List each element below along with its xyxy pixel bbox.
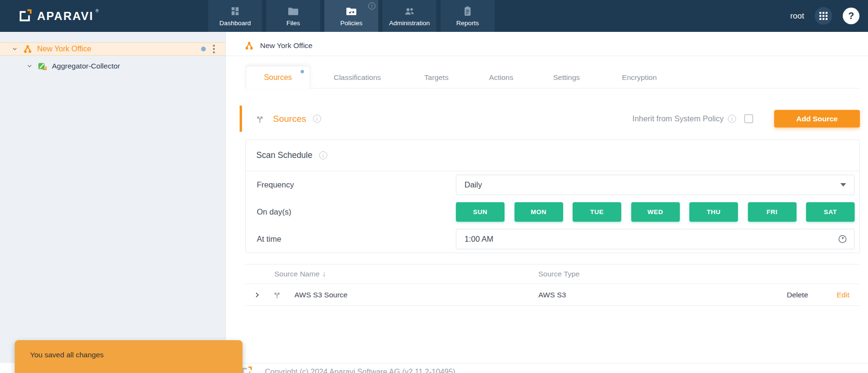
nav-tab-policies[interactable]: Policies bbox=[324, 0, 378, 32]
chevron-down-icon bbox=[840, 183, 846, 186]
day-button-sat[interactable]: SAT bbox=[806, 202, 855, 222]
brand-name: APARAVI bbox=[37, 10, 93, 23]
topbar-right: root bbox=[790, 0, 859, 32]
expand-row-icon[interactable] bbox=[253, 291, 261, 299]
policy-tree-sidebar: New York Office Aggregator-Collector bbox=[0, 32, 226, 363]
tree-item-label: Aggregator-Collector bbox=[52, 62, 120, 70]
tab-classifications[interactable]: Classifications bbox=[333, 66, 381, 88]
tab-targets[interactable]: Targets bbox=[424, 66, 449, 88]
column-source-name[interactable]: Source Name ↓ bbox=[245, 270, 538, 278]
edit-button[interactable]: Edit bbox=[837, 291, 849, 299]
frequency-label: Frequency bbox=[257, 180, 456, 189]
tab-label: Settings bbox=[553, 73, 580, 82]
info-icon[interactable] bbox=[728, 115, 736, 123]
info-icon[interactable] bbox=[368, 2, 375, 10]
day-button-thu[interactable]: THU bbox=[689, 202, 738, 222]
main-content: New York Office Sources Classifications … bbox=[226, 32, 868, 373]
policy-tabs: Sources Classifications Targets Actions … bbox=[246, 66, 860, 88]
source-type: AWS S3 bbox=[538, 291, 787, 299]
topbar: APARAVI ® Dashboard Files bbox=[0, 0, 868, 32]
chevron-down-icon[interactable] bbox=[11, 46, 18, 52]
day-button-tue[interactable]: TUE bbox=[573, 202, 621, 222]
frequency-select[interactable]: Daily bbox=[456, 175, 855, 195]
frequency-row: Frequency Daily bbox=[246, 171, 859, 198]
primary-nav: Dashboard Files Policies bbox=[208, 0, 495, 32]
tab-label: Encryption bbox=[622, 73, 656, 82]
breadcrumb: New York Office bbox=[244, 41, 313, 50]
day-button-wed[interactable]: WED bbox=[631, 202, 680, 222]
frequency-value: Daily bbox=[464, 180, 482, 189]
time-row: At time 1:00 AM bbox=[246, 226, 859, 253]
clock-icon[interactable] bbox=[838, 234, 848, 244]
day-button-fri[interactable]: FRI bbox=[748, 202, 797, 222]
breadcrumb-label: New York Office bbox=[260, 41, 313, 50]
info-icon[interactable] bbox=[319, 151, 327, 159]
brand-registered-mark: ® bbox=[95, 9, 99, 13]
user-menu[interactable]: root bbox=[790, 11, 804, 21]
tab-label: Targets bbox=[424, 73, 449, 82]
administration-icon bbox=[404, 5, 415, 17]
nav-tab-reports[interactable]: Reports bbox=[441, 0, 495, 32]
column-label: Source Name bbox=[274, 270, 320, 278]
files-icon bbox=[287, 5, 299, 17]
tree-item-new-york-office[interactable]: New York Office bbox=[0, 42, 225, 56]
branch-icon bbox=[255, 114, 265, 124]
time-input[interactable]: 1:00 AM bbox=[456, 229, 855, 249]
day-button-mon[interactable]: MON bbox=[515, 202, 563, 222]
chevron-down-icon[interactable] bbox=[26, 63, 33, 69]
nav-label: Dashboard bbox=[219, 20, 251, 27]
time-label: At time bbox=[257, 235, 456, 244]
toast-message: You saved all changes bbox=[30, 351, 104, 359]
tab-label: Sources bbox=[264, 73, 292, 82]
tab-actions[interactable]: Actions bbox=[489, 66, 514, 88]
tab-label: Classifications bbox=[333, 73, 381, 82]
nav-label: Administration bbox=[389, 20, 430, 27]
nav-tab-administration[interactable]: Administration bbox=[383, 0, 436, 32]
dashboard-icon bbox=[229, 5, 241, 17]
footer: Copyright (c) 2024 Aparavi Software AG (… bbox=[226, 363, 868, 373]
status-dot bbox=[201, 47, 206, 51]
policy-node-icon bbox=[244, 41, 254, 50]
inherit-from-system-policy-label: Inherit from System Policy bbox=[632, 114, 724, 123]
table-header: Source Name ↓ Source Type bbox=[245, 264, 860, 284]
kebab-menu-icon[interactable] bbox=[212, 44, 216, 54]
aparavi-logo-icon bbox=[17, 9, 32, 24]
column-label: Source Type bbox=[538, 270, 580, 278]
tab-label: Actions bbox=[489, 73, 514, 82]
scan-schedule-header: Scan Schedule bbox=[246, 140, 859, 171]
info-icon[interactable] bbox=[313, 115, 321, 123]
inherit-checkbox[interactable] bbox=[744, 114, 753, 123]
nav-tab-files[interactable]: Files bbox=[266, 0, 320, 32]
source-name: AWS S3 Source bbox=[294, 291, 347, 299]
tab-encryption[interactable]: Encryption bbox=[622, 66, 656, 88]
aparavi-logo[interactable]: APARAVI ® bbox=[17, 0, 99, 32]
reports-icon bbox=[462, 5, 474, 17]
tab-sources[interactable]: Sources bbox=[246, 66, 310, 88]
apps-grid-icon[interactable] bbox=[815, 7, 832, 25]
delete-button[interactable]: Delete bbox=[787, 291, 808, 299]
toast-saved-changes: You saved all changes bbox=[15, 340, 242, 373]
days-row: On day(s) SUN MON TUE WED THU FRI SAT bbox=[246, 198, 859, 226]
copyright-text: Copyright (c) 2024 Aparavi Software AG (… bbox=[265, 368, 455, 373]
divider bbox=[226, 56, 868, 56]
sources-table: Source Name ↓ Source Type AWS S3 Source bbox=[245, 264, 860, 306]
day-buttons: SUN MON TUE WED THU FRI SAT bbox=[456, 202, 855, 222]
table-row[interactable]: AWS S3 Source AWS S3 Delete Edit bbox=[245, 284, 860, 306]
policy-node-icon bbox=[23, 44, 32, 54]
days-label: On day(s) bbox=[257, 207, 456, 216]
tree-item-aggregator-collector[interactable]: Aggregator-Collector bbox=[0, 59, 225, 73]
section-title: Sources bbox=[273, 114, 306, 124]
help-icon[interactable] bbox=[843, 8, 859, 24]
tab-unsaved-dot bbox=[301, 70, 304, 73]
scan-schedule-title: Scan Schedule bbox=[256, 150, 313, 160]
sources-section-header: Sources Inherit from System Policy Add S… bbox=[242, 106, 860, 132]
nav-tab-dashboard[interactable]: Dashboard bbox=[208, 0, 262, 32]
day-button-sun[interactable]: SUN bbox=[456, 202, 505, 222]
tab-settings[interactable]: Settings bbox=[553, 66, 580, 88]
policies-icon bbox=[345, 5, 357, 17]
add-source-button[interactable]: Add Source bbox=[774, 110, 860, 128]
time-value: 1:00 AM bbox=[464, 235, 494, 244]
aggregator-collector-icon bbox=[38, 61, 47, 71]
nav-label: Reports bbox=[456, 20, 479, 27]
nav-label: Files bbox=[286, 20, 300, 27]
